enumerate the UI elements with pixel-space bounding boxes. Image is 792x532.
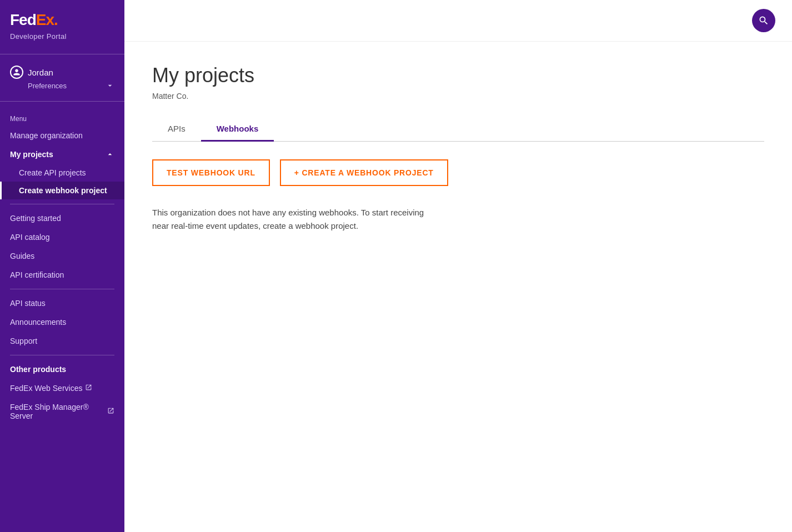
sidebar-header: FedEx. Developer Portal [0,0,124,48]
search-icon [758,15,769,26]
sidebar-item-announcements[interactable]: Announcements [0,313,124,332]
external-link-icon-2 [107,407,114,416]
developer-portal-label: Developer Portal [10,32,114,41]
tab-webhooks[interactable]: Webhooks [201,117,274,142]
sidebar-divider-1 [10,204,114,204]
tabs-bar: APIs Webhooks [152,117,764,142]
logo-dot: . [54,11,58,29]
org-name: Matter Co. [152,92,764,101]
sidebar-item-guides[interactable]: Guides [0,247,124,265]
create-webhook-label: + CREATE A WEBHOOK PROJECT [294,168,434,177]
my-projects-label: My projects [10,150,53,159]
sidebar-divider-top [0,54,124,54]
logo-ex: Ex [36,11,54,29]
fedex-web-services-label: FedEx Web Services [10,384,82,393]
sidebar-item-create-webhook[interactable]: Create webhook project [0,182,124,199]
sidebar-item-fedex-ship-manager[interactable]: FedEx Ship Manager® Server [0,398,124,425]
chevron-down-icon [106,81,114,90]
test-webhook-url-button[interactable]: TEST WEBHOOK URL [152,159,270,186]
sidebar-item-api-catalog[interactable]: API catalog [0,228,124,247]
fedex-logo: FedEx. [10,11,114,29]
external-link-icon [85,384,92,393]
external-link-svg [85,384,92,391]
action-buttons: TEST WEBHOOK URL + CREATE A WEBHOOK PROJ… [152,159,764,186]
sidebar-divider-3 [10,355,114,355]
chevron-up-icon [106,150,114,159]
topbar [124,0,792,42]
sidebar-item-api-status[interactable]: API status [0,294,124,313]
user-avatar-icon [10,66,23,79]
page-title: My projects [152,64,764,87]
sidebar-item-other-products: Other products [0,360,124,379]
main-content: My projects Matter Co. APIs Webhooks TES… [124,0,792,532]
preferences-label: Preferences [28,82,67,90]
empty-message: This organization does not have any exis… [152,206,441,233]
sidebar-item-manage-org[interactable]: Manage organization [0,126,124,145]
search-button[interactable] [752,9,775,32]
sidebar-item-fedex-web-services[interactable]: FedEx Web Services [0,379,124,398]
sidebar-item-create-api[interactable]: Create API projects [0,164,124,182]
create-webhook-project-button[interactable]: + CREATE A WEBHOOK PROJECT [280,159,448,186]
menu-label: Menu [0,107,124,126]
sidebar-item-my-projects[interactable]: My projects [0,145,124,164]
sidebar-item-api-certification[interactable]: API certification [0,265,124,284]
user-section: Jordan Preferences [0,60,124,96]
content-area: My projects Matter Co. APIs Webhooks TES… [124,42,792,532]
person-icon [13,68,21,76]
external-link-svg-2 [107,407,114,414]
sidebar-item-support[interactable]: Support [0,332,124,350]
preferences-row[interactable]: Preferences [10,79,114,90]
logo-fed: Fed [10,11,36,29]
sidebar-divider-user [0,101,124,102]
user-row[interactable]: Jordan [10,66,114,79]
fedex-ship-manager-label: FedEx Ship Manager® Server [10,403,104,420]
user-name: Jordan [28,68,53,77]
sidebar-item-getting-started[interactable]: Getting started [0,209,124,228]
sidebar: FedEx. Developer Portal Jordan Preferenc… [0,0,124,532]
tab-apis[interactable]: APIs [152,117,201,142]
sidebar-divider-2 [10,289,114,289]
